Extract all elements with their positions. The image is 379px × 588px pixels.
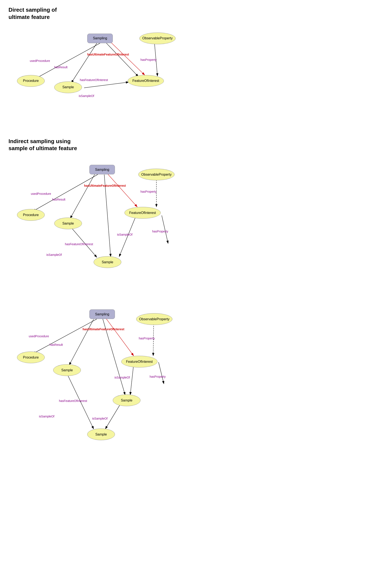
procedure-node-1: Procedure bbox=[17, 75, 45, 87]
sampling-node-1: Sampling bbox=[87, 34, 113, 43]
diagram-2: Sampling ObservableProperty Procedure Sa… bbox=[9, 158, 191, 290]
svg-line-26 bbox=[130, 364, 134, 395]
label-is-sample-of-3a: isSampleOf bbox=[114, 376, 130, 379]
sample-bottom-node-3: Sample bbox=[87, 428, 115, 440]
label-is-sample-of-2b: isSampleOf bbox=[47, 253, 62, 256]
svg-line-27 bbox=[66, 372, 94, 429]
label-has-property-3a: hasProperty bbox=[139, 337, 155, 340]
diagram-3: Sampling ObservableProperty Procedure Sa… bbox=[9, 303, 191, 448]
svg-line-3 bbox=[71, 43, 97, 83]
feature-of-interest-node-2: FeatureOfInterest bbox=[125, 207, 161, 219]
svg-line-17 bbox=[68, 224, 97, 257]
label-is-sample-of-1: isSampleOf bbox=[79, 94, 94, 98]
svg-line-12 bbox=[108, 174, 137, 207]
label-is-sample-of-2a: isSampleOf bbox=[117, 233, 132, 236]
svg-line-24 bbox=[153, 322, 154, 356]
observable-property-node-2: ObservableProperty bbox=[138, 169, 174, 180]
label-has-property-1: hasProperty bbox=[141, 58, 157, 61]
page: Direct sampling ofultimate feature bbox=[0, 0, 190, 467]
svg-line-20 bbox=[33, 319, 97, 354]
diagram-section-2: Indirect sampling usingsample of ultimat… bbox=[9, 138, 181, 290]
svg-line-22 bbox=[106, 318, 134, 356]
svg-line-6 bbox=[154, 41, 158, 76]
diagram-section-1: Direct sampling ofultimate feature bbox=[9, 6, 181, 125]
label-used-procedure-2: usedProcedure bbox=[31, 192, 51, 196]
label-has-ultimate-1: hasUltimateFeatureOfInterest bbox=[87, 53, 129, 56]
procedure-node-2: Procedure bbox=[17, 209, 45, 221]
label-has-ultimate-2: hasUltimateFeatureOfInterest bbox=[84, 184, 126, 187]
sample-node-1: Sample bbox=[54, 81, 82, 93]
feature-of-interest-node-1: FeatureOfInterest bbox=[128, 75, 164, 87]
label-has-ultimate-3: hasUltimateFeatureOfInterest bbox=[82, 328, 124, 331]
observable-property-node-1: ObservableProperty bbox=[139, 32, 175, 44]
svg-line-5 bbox=[111, 42, 145, 75]
label-has-property-2b: hasProperty bbox=[152, 230, 168, 233]
svg-line-2 bbox=[33, 43, 100, 80]
sample-mid-node-3: Sample bbox=[113, 394, 141, 406]
procedure-node-3: Procedure bbox=[17, 351, 45, 363]
label-has-feature-of-interest-2: hasFeatureOfInterest bbox=[65, 242, 93, 246]
svg-line-7 bbox=[84, 82, 129, 88]
label-has-feature-of-interest-1: hasFeatureOfInterest bbox=[80, 78, 108, 82]
label-has-result-3: hasResult bbox=[49, 343, 63, 347]
svg-line-4 bbox=[106, 43, 138, 76]
sampling-node-3: Sampling bbox=[89, 309, 115, 319]
label-used-procedure-3: usedProcedure bbox=[29, 334, 49, 338]
observable-property-node-3: ObservableProperty bbox=[136, 313, 172, 325]
label-has-property-2a: hasProperty bbox=[141, 190, 157, 193]
label-used-procedure-1: usedProcedure bbox=[30, 59, 50, 62]
svg-line-10 bbox=[33, 174, 98, 211]
svg-line-11 bbox=[70, 174, 95, 218]
section-title-2: Indirect sampling usingsample of ultimat… bbox=[9, 138, 181, 152]
label-has-result-2: hasResult bbox=[52, 198, 65, 201]
sample-top-node-2: Sample bbox=[54, 218, 82, 229]
svg-line-28 bbox=[105, 403, 121, 429]
diagram-1: Sampling ObservableProperty Procedure Sa… bbox=[9, 27, 191, 125]
diagram-section-3: Sampling ObservableProperty Procedure Sa… bbox=[9, 303, 181, 448]
svg-line-23 bbox=[103, 319, 125, 395]
section-title-1: Direct sampling ofultimate feature bbox=[9, 6, 181, 21]
label-has-result-1: hasResult bbox=[54, 65, 67, 69]
sample-top-node-3: Sample bbox=[53, 364, 81, 376]
svg-line-21 bbox=[69, 319, 94, 365]
sampling-node-2: Sampling bbox=[89, 165, 115, 174]
label-has-property-3b: hasProperty bbox=[150, 375, 166, 378]
label-is-sample-of-3c: isSampleOf bbox=[92, 417, 108, 420]
svg-line-16 bbox=[119, 215, 136, 257]
label-is-sample-of-3b: isSampleOf bbox=[39, 415, 54, 418]
label-has-feature-of-interest-3: hasFeatureOfInterest bbox=[59, 399, 87, 403]
sample-bottom-node-2: Sample bbox=[94, 256, 121, 268]
svg-line-25 bbox=[158, 362, 164, 384]
svg-line-15 bbox=[162, 215, 168, 243]
feature-of-interest-node-3: FeatureOfInterest bbox=[121, 356, 158, 367]
svg-line-13 bbox=[104, 175, 111, 257]
